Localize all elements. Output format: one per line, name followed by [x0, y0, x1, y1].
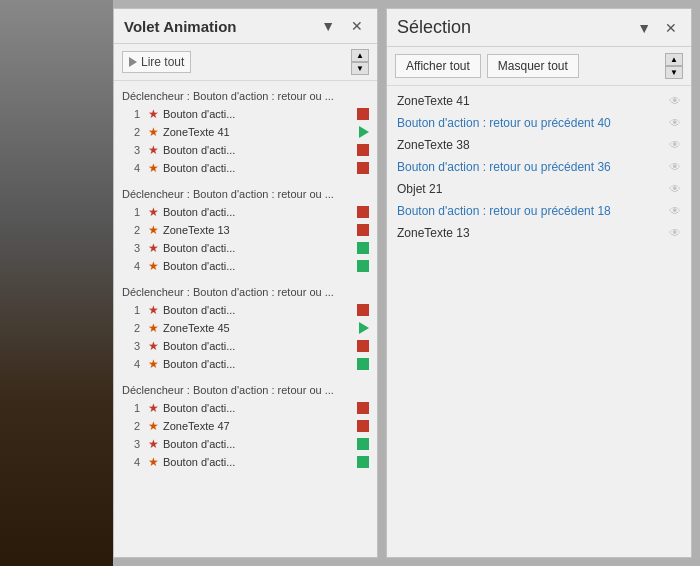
- selection-order-down-button[interactable]: ▼: [665, 66, 683, 79]
- item-label: ZoneTexte 45: [163, 322, 355, 334]
- animation-item[interactable]: 2★ZoneTexte 47: [114, 417, 377, 435]
- item-number: 2: [134, 126, 144, 138]
- selection-item-label: Bouton d'action : retour ou précédent 18: [397, 204, 669, 218]
- play-button[interactable]: Lire tout: [122, 51, 191, 73]
- item-number: 3: [134, 438, 144, 450]
- item-indicator: [357, 224, 369, 236]
- selection-header-icons: ▼ ✕: [633, 19, 681, 37]
- show-all-button[interactable]: Afficher tout: [395, 54, 481, 78]
- animation-item[interactable]: 1★Bouton d'acti...: [114, 301, 377, 319]
- animation-item[interactable]: 3★Bouton d'acti...: [114, 337, 377, 355]
- item-label: Bouton d'acti...: [163, 108, 353, 120]
- trigger-group: Déclencheur : Bouton d'action : retour o…: [114, 283, 377, 373]
- animation-toolbar: Lire tout ▲ ▼: [114, 44, 377, 81]
- item-number: 1: [134, 402, 144, 414]
- animation-item[interactable]: 4★Bouton d'acti...: [114, 453, 377, 471]
- item-indicator: [357, 144, 369, 156]
- item-number: 1: [134, 108, 144, 120]
- visibility-icon[interactable]: 👁: [669, 160, 681, 174]
- order-down-button[interactable]: ▼: [351, 62, 369, 75]
- selection-item[interactable]: ZoneTexte 41👁: [387, 90, 691, 112]
- play-icon: [129, 57, 137, 67]
- selection-item-label: ZoneTexte 13: [397, 226, 669, 240]
- visibility-icon[interactable]: 👁: [669, 138, 681, 152]
- animation-item[interactable]: 4★Bouton d'acti...: [114, 355, 377, 373]
- animation-item[interactable]: 4★Bouton d'acti...: [114, 257, 377, 275]
- item-label: Bouton d'acti...: [163, 340, 353, 352]
- item-indicator: [357, 162, 369, 174]
- animation-item[interactable]: 1★Bouton d'acti...: [114, 105, 377, 123]
- item-label: Bouton d'acti...: [163, 260, 353, 272]
- visibility-icon[interactable]: 👁: [669, 226, 681, 240]
- item-number: 4: [134, 358, 144, 370]
- animation-close-icon[interactable]: ✕: [347, 17, 367, 35]
- item-label: ZoneTexte 41: [163, 126, 355, 138]
- item-indicator: [359, 126, 369, 138]
- order-buttons: ▲ ▼: [351, 49, 369, 75]
- star-icon: ★: [148, 161, 159, 175]
- star-icon: ★: [148, 419, 159, 433]
- background-decoration: [0, 0, 113, 566]
- trigger-group: Déclencheur : Bouton d'action : retour o…: [114, 381, 377, 471]
- visibility-icon[interactable]: 👁: [669, 204, 681, 218]
- item-label: Bouton d'acti...: [163, 438, 353, 450]
- item-indicator: [357, 206, 369, 218]
- selection-list: ZoneTexte 41👁Bouton d'action : retour ou…: [387, 86, 691, 557]
- selection-order-up-button[interactable]: ▲: [665, 53, 683, 66]
- item-indicator: [357, 402, 369, 414]
- trigger-group: Déclencheur : Bouton d'action : retour o…: [114, 87, 377, 177]
- selection-item[interactable]: Bouton d'action : retour ou précédent 40…: [387, 112, 691, 134]
- selection-item[interactable]: ZoneTexte 13👁: [387, 222, 691, 244]
- item-indicator: [357, 420, 369, 432]
- selection-item[interactable]: Objet 21👁: [387, 178, 691, 200]
- selection-item[interactable]: ZoneTexte 38👁: [387, 134, 691, 156]
- animation-item[interactable]: 2★ZoneTexte 45: [114, 319, 377, 337]
- trigger-label: Déclencheur : Bouton d'action : retour o…: [114, 87, 377, 105]
- item-label: ZoneTexte 47: [163, 420, 353, 432]
- visibility-icon[interactable]: 👁: [669, 116, 681, 130]
- selection-close-icon[interactable]: ✕: [661, 19, 681, 37]
- animation-item[interactable]: 1★Bouton d'acti...: [114, 203, 377, 221]
- star-icon: ★: [148, 125, 159, 139]
- selection-item-label: ZoneTexte 38: [397, 138, 669, 152]
- trigger-label: Déclencheur : Bouton d'action : retour o…: [114, 185, 377, 203]
- item-indicator: [357, 358, 369, 370]
- selection-item[interactable]: Bouton d'action : retour ou précédent 18…: [387, 200, 691, 222]
- animation-item[interactable]: 1★Bouton d'acti...: [114, 399, 377, 417]
- selection-item[interactable]: Bouton d'action : retour ou précédent 36…: [387, 156, 691, 178]
- animation-dropdown-icon[interactable]: ▼: [317, 17, 339, 35]
- star-icon: ★: [148, 205, 159, 219]
- star-icon: ★: [148, 339, 159, 353]
- item-label: Bouton d'acti...: [163, 304, 353, 316]
- animation-item[interactable]: 3★Bouton d'acti...: [114, 435, 377, 453]
- trigger-label: Déclencheur : Bouton d'action : retour o…: [114, 283, 377, 301]
- trigger-group: Déclencheur : Bouton d'action : retour o…: [114, 185, 377, 275]
- visibility-icon[interactable]: 👁: [669, 182, 681, 196]
- item-label: Bouton d'acti...: [163, 162, 353, 174]
- animation-item[interactable]: 3★Bouton d'acti...: [114, 239, 377, 257]
- item-number: 4: [134, 162, 144, 174]
- animation-header-icons: ▼ ✕: [317, 17, 367, 35]
- animation-item[interactable]: 3★Bouton d'acti...: [114, 141, 377, 159]
- item-label: Bouton d'acti...: [163, 144, 353, 156]
- item-label: Bouton d'acti...: [163, 358, 353, 370]
- item-label: ZoneTexte 13: [163, 224, 353, 236]
- animation-item[interactable]: 4★Bouton d'acti...: [114, 159, 377, 177]
- item-number: 4: [134, 260, 144, 272]
- selection-toolbar: Afficher tout Masquer tout ▲ ▼: [387, 47, 691, 86]
- star-icon: ★: [148, 437, 159, 451]
- item-indicator: [359, 322, 369, 334]
- selection-item-label: Bouton d'action : retour ou précédent 40: [397, 116, 669, 130]
- star-icon: ★: [148, 143, 159, 157]
- star-icon: ★: [148, 455, 159, 469]
- order-up-button[interactable]: ▲: [351, 49, 369, 62]
- item-number: 2: [134, 224, 144, 236]
- selection-dropdown-icon[interactable]: ▼: [633, 19, 655, 37]
- visibility-icon[interactable]: 👁: [669, 94, 681, 108]
- animation-item[interactable]: 2★ZoneTexte 13: [114, 221, 377, 239]
- star-icon: ★: [148, 223, 159, 237]
- item-number: 1: [134, 206, 144, 218]
- item-indicator: [357, 438, 369, 450]
- animation-item[interactable]: 2★ZoneTexte 41: [114, 123, 377, 141]
- hide-all-button[interactable]: Masquer tout: [487, 54, 579, 78]
